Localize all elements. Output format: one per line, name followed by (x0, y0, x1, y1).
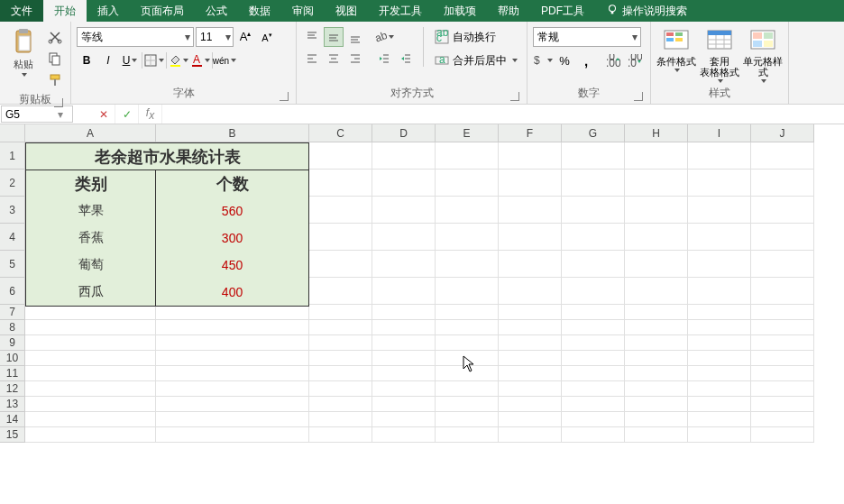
cell[interactable] (625, 142, 688, 170)
tab-developer[interactable]: 开发工具 (368, 0, 433, 22)
cell[interactable] (156, 320, 309, 335)
tab-home[interactable]: 开始 (43, 0, 87, 22)
row-header[interactable]: 6 (0, 278, 25, 305)
cell[interactable] (25, 351, 156, 366)
row-header[interactable]: 15 (0, 427, 25, 443)
font-color-button[interactable]: A (190, 50, 210, 70)
cell[interactable] (25, 397, 156, 412)
cell[interactable] (499, 397, 562, 412)
increase-font-button[interactable]: A▴ (235, 27, 255, 47)
underline-button[interactable]: U (120, 50, 140, 70)
cell[interactable] (688, 170, 751, 197)
cell[interactable] (688, 351, 751, 366)
cell[interactable] (372, 366, 436, 381)
cell[interactable] (751, 320, 814, 335)
cell[interactable] (499, 427, 562, 443)
cell[interactable] (625, 412, 688, 427)
decrease-indent-button[interactable] (374, 49, 394, 69)
cell[interactable] (688, 381, 751, 397)
phonetic-button[interactable]: wén (215, 50, 234, 70)
cell[interactable] (499, 142, 562, 170)
cell[interactable] (751, 197, 814, 224)
cell[interactable] (751, 251, 814, 278)
cell[interactable] (436, 351, 499, 366)
chevron-down-icon[interactable]: ▾ (629, 31, 640, 43)
dialog-launcher-alignment[interactable] (510, 92, 519, 101)
tab-review[interactable]: 审阅 (281, 0, 325, 22)
cell[interactable] (688, 320, 751, 335)
cell[interactable] (562, 142, 625, 170)
cell[interactable] (436, 278, 499, 305)
cell[interactable] (372, 278, 436, 305)
comma-button[interactable]: , (576, 50, 596, 70)
cell[interactable] (436, 381, 499, 397)
bold-button[interactable]: B (77, 50, 96, 70)
conditional-formatting-button[interactable]: 条件格式 (656, 27, 696, 83)
cell[interactable] (436, 305, 499, 320)
cell[interactable] (156, 412, 309, 427)
cell[interactable] (562, 381, 625, 397)
row-header[interactable]: 10 (0, 351, 25, 366)
cell[interactable] (751, 351, 814, 366)
chevron-down-icon[interactable]: ▾ (224, 31, 233, 43)
column-header[interactable]: D (372, 124, 436, 142)
orientation-button[interactable]: ab (374, 27, 394, 47)
cell[interactable] (751, 224, 814, 251)
cell[interactable] (156, 366, 309, 381)
row-header[interactable]: 1 (0, 142, 25, 170)
column-header[interactable]: J (751, 124, 814, 142)
cell[interactable] (751, 142, 814, 170)
cell[interactable] (751, 305, 814, 320)
cell[interactable] (25, 335, 156, 351)
align-bottom-button[interactable] (345, 27, 365, 47)
cell[interactable] (499, 366, 562, 381)
increase-decimal-button[interactable]: .0.00 (603, 50, 623, 70)
decrease-decimal-button[interactable]: .00.0 (625, 50, 645, 70)
cell[interactable] (751, 397, 814, 412)
cell[interactable] (372, 381, 436, 397)
tab-addins[interactable]: 加载项 (433, 0, 487, 22)
decrease-font-button[interactable]: A▾ (257, 27, 277, 47)
cell[interactable] (499, 278, 562, 305)
cell[interactable] (751, 278, 814, 305)
cell[interactable] (309, 397, 372, 412)
cell[interactable] (562, 170, 625, 197)
cell[interactable] (436, 251, 499, 278)
align-center-button[interactable] (324, 49, 344, 69)
cell[interactable] (436, 412, 499, 427)
borders-button[interactable] (144, 50, 164, 70)
italic-button[interactable]: I (98, 50, 118, 70)
cell[interactable] (309, 427, 372, 443)
cell[interactable] (625, 320, 688, 335)
cell[interactable] (625, 397, 688, 412)
cell[interactable] (499, 412, 562, 427)
cell[interactable] (751, 366, 814, 381)
cell[interactable] (688, 427, 751, 443)
cell[interactable] (751, 427, 814, 443)
confirm-button[interactable]: ✓ (115, 105, 139, 124)
cell[interactable] (372, 142, 436, 170)
cell[interactable] (436, 320, 499, 335)
cell[interactable] (562, 224, 625, 251)
cell[interactable] (625, 224, 688, 251)
accounting-format-button[interactable]: $ (533, 50, 553, 70)
column-header[interactable]: I (688, 124, 751, 142)
tab-data[interactable]: 数据 (238, 0, 281, 22)
cell[interactable] (25, 427, 156, 443)
column-header[interactable]: B (156, 124, 309, 142)
row-header[interactable]: 3 (0, 197, 25, 224)
cell[interactable] (562, 335, 625, 351)
cell[interactable] (499, 170, 562, 197)
cell[interactable] (625, 427, 688, 443)
cell[interactable] (372, 251, 436, 278)
tab-page-layout[interactable]: 页面布局 (130, 0, 195, 22)
row-header[interactable]: 4 (0, 224, 25, 251)
cell[interactable] (562, 305, 625, 320)
cell[interactable] (372, 427, 436, 443)
row-header[interactable]: 2 (0, 170, 25, 197)
font-name-input[interactable] (78, 28, 181, 46)
format-painter-button[interactable] (45, 70, 65, 90)
cell[interactable] (499, 381, 562, 397)
wrap-text-button[interactable]: abc 自动换行 (431, 27, 521, 47)
cell[interactable] (625, 335, 688, 351)
